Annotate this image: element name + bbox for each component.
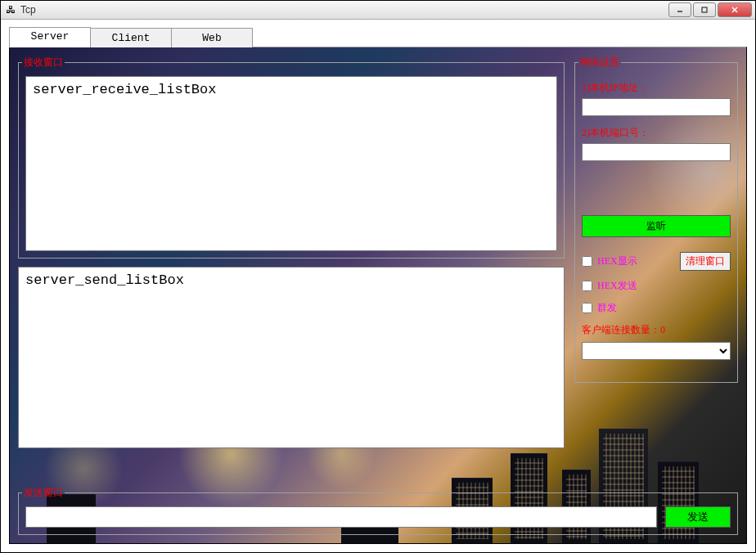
close-button[interactable] [718,2,752,17]
top-row: 接收窗口 server_receive_listBox server_send_… [18,56,738,481]
listen-button[interactable]: 监听 [582,215,731,237]
send-listbox[interactable]: server_send_listBox [18,267,565,448]
hex-show-checkbox[interactable] [582,256,592,267]
ip-label: 1)本机IP地址： [582,81,731,95]
send-button[interactable]: 发送 [665,506,731,528]
tab-bar: Server Client Web [9,28,747,47]
receive-legend: 接收窗口 [22,56,65,70]
receive-listbox[interactable]: server_receive_listBox [25,76,557,251]
maximize-button[interactable] [693,2,716,17]
send-row: 发送 [25,506,731,528]
clear-window-button[interactable]: 清理窗口 [680,252,731,271]
left-column: 接收窗口 server_receive_listBox server_send_… [18,56,565,481]
svg-rect-1 [702,7,707,12]
minimize-icon [676,6,684,14]
group-send-label: 群发 [597,301,617,315]
client-area: Server Client Web 接收窗口 server_receive_li… [1,20,755,552]
receive-panel: 接收窗口 server_receive_listBox [18,56,565,259]
port-label: 2)本机端口号： [582,126,731,140]
group-send-row: 群发 [582,301,731,315]
hex-send-checkbox[interactable] [582,281,592,291]
window-title: Tcp [20,4,668,16]
titlebar[interactable]: 🖧 Tcp [1,1,755,20]
group-send-checkbox[interactable] [582,303,592,313]
tab-client[interactable]: Client [90,28,172,47]
close-icon [730,6,740,14]
hex-show-row: HEX显示 清理窗口 [582,252,731,271]
tab-content: 接收窗口 server_receive_listBox server_send_… [9,47,747,544]
maximize-icon [700,6,709,14]
tab-web[interactable]: Web [171,28,253,47]
network-legend: 网络设置 [578,56,621,70]
window-controls [668,2,752,17]
send-legend: 发送窗口 [22,486,65,500]
connection-count-label: 客户端连接数量：0 [582,323,731,337]
tab-server[interactable]: Server [9,27,91,47]
hex-send-row: HEX发送 [582,279,731,293]
app-icon: 🖧 [4,3,17,16]
client-combo[interactable] [582,342,731,360]
port-input[interactable] [582,143,731,161]
minimize-button[interactable] [668,2,691,17]
right-column: 网络设置 1)本机IP地址： 2)本机端口号： 监听 HEX显示 清理窗口 [574,56,738,481]
network-settings-panel: 网络设置 1)本机IP地址： 2)本机端口号： 监听 HEX显示 清理窗口 [574,56,738,383]
send-input[interactable] [25,506,657,528]
main-window: 🖧 Tcp Server Client Web [0,0,756,553]
send-panel: 发送窗口 发送 [18,486,738,535]
hex-show-label: HEX显示 [597,254,637,268]
ip-input[interactable] [582,98,731,116]
hex-send-label: HEX发送 [597,279,637,293]
